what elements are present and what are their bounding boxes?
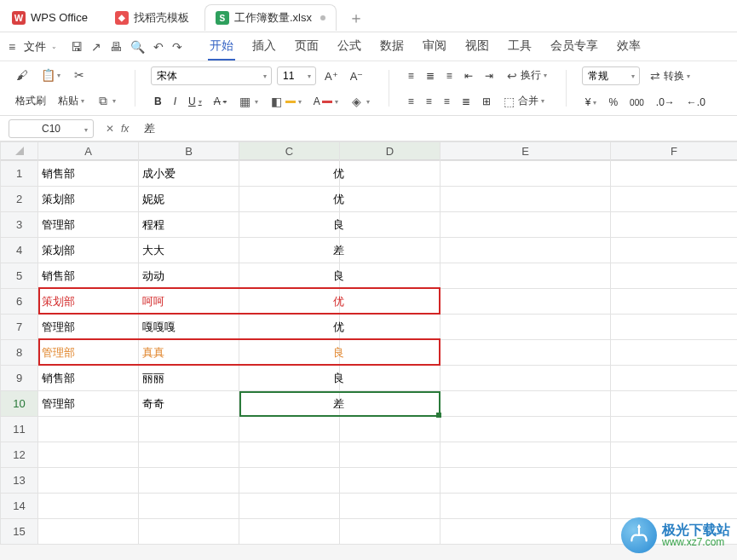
cell[interactable]: 程程 bbox=[139, 212, 239, 238]
cell[interactable]: 策划部 bbox=[38, 238, 139, 263]
hamburger-icon[interactable]: ≡ bbox=[9, 40, 15, 54]
fill-color-button[interactable]: ◧▾ bbox=[267, 93, 305, 110]
cell[interactable]: 丽丽 bbox=[139, 366, 239, 391]
doc-tab-workbook[interactable]: S 工作簿数量.xlsx bbox=[204, 4, 337, 31]
cell[interactable] bbox=[440, 494, 611, 519]
cell[interactable] bbox=[611, 468, 738, 494]
row-header[interactable]: 9 bbox=[1, 366, 38, 391]
cell[interactable]: 真真 bbox=[139, 340, 239, 366]
indent-left-button[interactable]: ⇤ bbox=[461, 68, 476, 84]
tab-member[interactable]: 会员专享 bbox=[549, 33, 600, 61]
cell[interactable]: 良 bbox=[289, 366, 389, 391]
cell[interactable] bbox=[440, 238, 611, 263]
cell[interactable] bbox=[611, 442, 738, 468]
cell[interactable] bbox=[440, 289, 611, 315]
row-header[interactable]: 4 bbox=[1, 238, 38, 263]
cell[interactable] bbox=[611, 161, 738, 187]
cell[interactable] bbox=[38, 442, 139, 468]
cell[interactable]: 大大 bbox=[139, 238, 239, 263]
border-button[interactable]: ▦▾ bbox=[235, 93, 262, 110]
cell[interactable] bbox=[611, 289, 738, 315]
cell[interactable]: 良 bbox=[289, 212, 389, 238]
row-header[interactable]: 7 bbox=[1, 315, 38, 340]
row-header[interactable]: 11 bbox=[1, 417, 38, 442]
justify-button[interactable]: ≣ bbox=[458, 94, 474, 109]
tab-data[interactable]: 数据 bbox=[378, 33, 406, 61]
tab-tools[interactable]: 工具 bbox=[506, 33, 533, 61]
format-painter-button[interactable]: 🖌 bbox=[12, 66, 32, 84]
print-icon[interactable]: 🖶 bbox=[110, 40, 122, 54]
comma-button[interactable]: 000 bbox=[626, 96, 648, 109]
cell[interactable]: 销售部 bbox=[38, 366, 139, 391]
row-header[interactable]: 1 bbox=[1, 161, 38, 187]
cell[interactable] bbox=[139, 494, 239, 519]
cell[interactable] bbox=[139, 442, 239, 468]
cell[interactable] bbox=[611, 366, 738, 391]
cell[interactable] bbox=[611, 340, 738, 366]
cell[interactable] bbox=[38, 417, 139, 442]
cell[interactable]: 良 bbox=[289, 340, 389, 366]
align-center-button[interactable]: ≡ bbox=[423, 94, 435, 109]
convert-button[interactable]: ⇄转换▾ bbox=[645, 67, 694, 85]
number-format-select[interactable]: 常规▾ bbox=[582, 66, 640, 85]
cell[interactable] bbox=[440, 340, 611, 366]
cell[interactable]: 销售部 bbox=[38, 263, 139, 289]
cell[interactable]: 动动 bbox=[139, 263, 239, 289]
cell[interactable] bbox=[38, 468, 139, 494]
strike-button[interactable]: A▾ bbox=[210, 94, 230, 109]
cell[interactable]: 管理部 bbox=[38, 340, 139, 366]
row-header[interactable]: 14 bbox=[1, 494, 38, 519]
cell[interactable] bbox=[440, 161, 611, 187]
cell[interactable] bbox=[289, 494, 389, 519]
copy-button[interactable]: ⧉▾ bbox=[93, 93, 119, 110]
font-shrink-button[interactable]: A⁻ bbox=[347, 68, 367, 84]
italic-button[interactable]: I bbox=[170, 94, 180, 109]
cell[interactable]: 策划部 bbox=[38, 187, 139, 212]
redo-icon[interactable]: ↷ bbox=[172, 40, 182, 54]
file-menu[interactable]: 文件 bbox=[24, 39, 46, 55]
decimal-inc-button[interactable]: .0→ bbox=[653, 95, 678, 110]
undo-icon[interactable]: ↶ bbox=[153, 40, 164, 54]
cell[interactable] bbox=[611, 263, 738, 289]
tab-efficiency[interactable]: 效率 bbox=[615, 33, 642, 61]
row-header[interactable]: 3 bbox=[1, 212, 38, 238]
cell[interactable]: 差 bbox=[289, 238, 389, 263]
cell[interactable] bbox=[611, 238, 738, 263]
row-header[interactable]: 6 bbox=[1, 289, 38, 315]
cell[interactable] bbox=[611, 212, 738, 238]
cell[interactable] bbox=[440, 417, 611, 442]
cell[interactable] bbox=[38, 519, 139, 545]
cell[interactable] bbox=[440, 212, 611, 238]
select-all-corner[interactable] bbox=[1, 142, 38, 161]
cell[interactable] bbox=[289, 442, 389, 468]
cell[interactable]: 差 bbox=[289, 391, 389, 417]
new-tab-button[interactable]: ＋ bbox=[342, 8, 371, 28]
tab-start[interactable]: 开始 bbox=[208, 33, 235, 61]
fx-icon[interactable]: fx bbox=[121, 123, 129, 135]
paste-button[interactable]: 📋▾ bbox=[37, 66, 64, 84]
tab-page[interactable]: 页面 bbox=[293, 33, 320, 61]
tab-formula[interactable]: 公式 bbox=[336, 33, 363, 61]
cancel-icon[interactable]: ✕ bbox=[106, 123, 114, 135]
tab-view[interactable]: 视图 bbox=[464, 33, 491, 61]
cell[interactable]: 成小爱 bbox=[139, 161, 239, 187]
cell[interactable] bbox=[289, 417, 389, 442]
export-icon[interactable]: ↗ bbox=[91, 40, 101, 54]
preview-icon[interactable]: 🔍 bbox=[130, 40, 145, 54]
cell[interactable] bbox=[289, 519, 389, 545]
cell[interactable]: 呵呵 bbox=[139, 289, 239, 315]
cell[interactable] bbox=[139, 519, 239, 545]
percent-button[interactable]: % bbox=[605, 95, 621, 110]
row-header[interactable]: 5 bbox=[1, 263, 38, 289]
row-header[interactable]: 13 bbox=[1, 468, 38, 494]
cell[interactable] bbox=[611, 315, 738, 340]
cell[interactable]: 奇奇 bbox=[139, 391, 239, 417]
paste-label[interactable]: 粘贴▾ bbox=[55, 92, 88, 110]
merge-button[interactable]: ⬚合并▾ bbox=[499, 92, 548, 110]
cell[interactable] bbox=[139, 468, 239, 494]
cell[interactable]: 良 bbox=[289, 263, 389, 289]
cell[interactable]: 管理部 bbox=[38, 315, 139, 340]
align-bottom-button[interactable]: ≡ bbox=[443, 68, 456, 84]
row-header[interactable]: 2 bbox=[1, 187, 38, 212]
cell[interactable] bbox=[611, 494, 738, 519]
